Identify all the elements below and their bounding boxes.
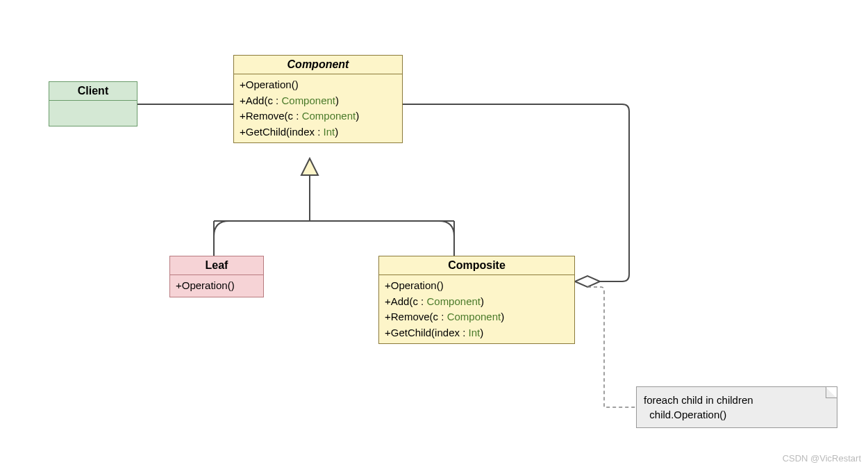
composite-op-add: +Add(c : Component)	[385, 294, 569, 310]
uml-class-client: Client	[49, 81, 137, 126]
note-line1: foreach child in children	[644, 393, 830, 407]
uml-class-composite: Composite +Operation() +Add(c : Componen…	[378, 256, 575, 344]
component-op-getchild: +GetChild(index : Int)	[240, 124, 397, 140]
component-body: +Operation() +Add(c : Component) +Remove…	[234, 74, 402, 142]
component-op-operation: +Operation()	[240, 77, 397, 93]
composite-op-remove: +Remove(c : Component)	[385, 309, 569, 325]
uml-class-component: Component +Operation() +Add(c : Componen…	[233, 55, 403, 143]
svg-marker-4	[575, 276, 600, 287]
leaf-body: +Operation()	[170, 275, 263, 297]
leaf-op-operation: +Operation()	[176, 278, 258, 294]
component-op-remove: +Remove(c : Component)	[240, 108, 397, 124]
component-title: Component	[234, 56, 402, 74]
leaf-title: Leaf	[170, 256, 263, 275]
composite-body: +Operation() +Add(c : Component) +Remove…	[379, 275, 574, 343]
svg-marker-1	[301, 158, 318, 175]
watermark: CSDN @VicRestart	[783, 453, 861, 464]
uml-note: foreach child in children child.Operatio…	[636, 386, 837, 428]
component-op-add: +Add(c : Component)	[240, 93, 397, 109]
note-line2: child.Operation()	[644, 407, 830, 422]
composite-op-operation: +Operation()	[385, 278, 569, 294]
note-fold-line	[826, 387, 837, 398]
composite-op-getchild: +GetChild(index : Int)	[385, 325, 569, 341]
client-title: Client	[49, 82, 137, 101]
uml-class-leaf: Leaf +Operation()	[169, 256, 264, 297]
client-body	[49, 101, 137, 126]
composite-title: Composite	[379, 256, 574, 275]
